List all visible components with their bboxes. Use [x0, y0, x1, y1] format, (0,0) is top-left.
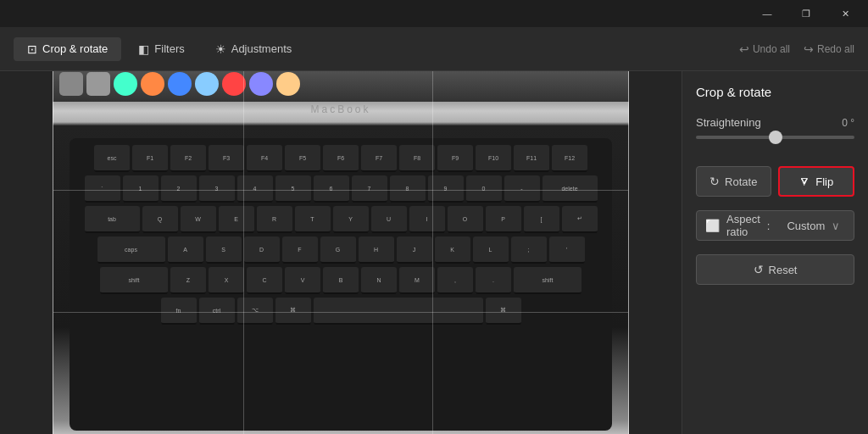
panel-title: Crop & rotate — [696, 85, 854, 99]
kb-row-numbers: ` 1 2 3 4 5 6 7 8 9 0 - delete — [76, 175, 605, 203]
key-esc: esc — [94, 145, 130, 172]
chevron-down-icon: ∨ — [832, 220, 845, 232]
dock-icon-7 — [222, 72, 246, 96]
tab-adjustments[interactable]: ☀ Adjustments — [202, 37, 306, 61]
key-2: 2 — [161, 175, 197, 203]
key-e: E — [219, 206, 254, 233]
photo-container: MacBook esc F1 F2 F3 F4 F5 F6 F7 F8 — [53, 71, 629, 434]
rotate-button[interactable]: ↻ Rotate — [696, 166, 771, 197]
straightening-slider-thumb[interactable] — [769, 131, 782, 144]
tab-crop-rotate[interactable]: ⊡ Crop & rotate — [14, 37, 121, 61]
tab-filters-label: Filters — [154, 42, 184, 55]
filters-icon: ◧ — [138, 42, 149, 56]
key-period: . — [476, 267, 511, 294]
macbook-label: MacBook — [310, 103, 370, 115]
key-f4: F4 — [247, 145, 282, 172]
key-f3: F3 — [209, 145, 244, 172]
dock-icon-9 — [276, 72, 300, 96]
kb-row-zxcv: shift Z X C V B N M , . shift — [76, 267, 605, 294]
key-j: J — [397, 236, 432, 264]
toolbar-tabs: ⊡ Crop & rotate ◧ Filters ☀ Adjustments — [14, 37, 305, 61]
key-p: P — [486, 206, 521, 233]
undo-all-button[interactable]: ↩ Undo all — [739, 42, 790, 56]
key-g: G — [320, 236, 356, 264]
key-fn: fn — [161, 298, 197, 325]
aspect-ratio-colon: : — [767, 220, 781, 232]
key-rshift: shift — [514, 267, 581, 294]
straightening-slider-track[interactable] — [696, 136, 854, 139]
kb-row-qwerty: tab Q W E R T Y U I O P [ ↵ — [76, 206, 605, 233]
dock-icon-6 — [195, 72, 219, 96]
key-c: C — [247, 267, 282, 294]
canvas-area: MacBook esc F1 F2 F3 F4 F5 F6 F7 F8 — [0, 71, 682, 434]
key-lshift: shift — [100, 267, 168, 294]
dock-icon-8 — [249, 72, 273, 96]
key-6: 6 — [314, 175, 349, 203]
key-1: 1 — [123, 175, 159, 203]
reset-button[interactable]: ↺ Reset — [696, 254, 854, 285]
aspect-ratio-icon: ⬜ — [705, 219, 720, 232]
key-rcmd: ⌘ — [486, 298, 521, 325]
aspect-ratio-button[interactable]: ⬜ Aspect ratio : Custom ∨ — [696, 210, 854, 241]
flip-button[interactable]: ⛛ Flip — [778, 166, 855, 197]
mac-menubar — [53, 71, 629, 102]
key-f: F — [282, 236, 318, 264]
keyboard-background: MacBook esc F1 F2 F3 F4 F5 F6 F7 F8 — [53, 71, 629, 434]
rotate-label: Rotate — [725, 175, 757, 188]
redo-icon: ↪ — [804, 42, 814, 56]
key-4: 4 — [237, 175, 273, 203]
aspect-ratio-label: Aspect ratio — [726, 213, 760, 238]
key-x: X — [209, 267, 244, 294]
tab-filters[interactable]: ◧ Filters — [125, 37, 198, 61]
key-a: A — [168, 236, 203, 264]
key-ctrl: ctrl — [199, 298, 235, 325]
dock-icon-3 — [114, 72, 137, 96]
key-f7: F7 — [361, 145, 397, 172]
straightening-label: Straightening — [696, 116, 761, 129]
key-f8: F8 — [399, 145, 435, 172]
key-w: W — [181, 206, 216, 233]
key-0: 0 — [466, 175, 502, 203]
kb-row-bottom: fn ctrl ⌥ ⌘ ⌘ — [76, 298, 605, 325]
key-8: 8 — [390, 175, 426, 203]
redo-label: Redo all — [817, 43, 854, 55]
key-s: S — [206, 236, 242, 264]
crop-rotate-icon: ⊡ — [27, 42, 37, 56]
toolbar-actions: ↩ Undo all ↪ Redo all — [739, 42, 854, 56]
right-panel: Crop & rotate Straightening 0 ° ↻ Rotate… — [682, 71, 868, 434]
key-semicolon: ; — [511, 236, 547, 264]
redo-all-button[interactable]: ↪ Redo all — [804, 42, 854, 56]
minimize-button[interactable]: — — [748, 0, 787, 27]
straightening-section: Straightening 0 ° — [696, 116, 854, 153]
key-z: Z — [170, 267, 206, 294]
maximize-button[interactable]: ❐ — [787, 0, 826, 27]
key-r: R — [257, 206, 292, 233]
key-m: M — [399, 267, 435, 294]
close-button[interactable]: ✕ — [826, 0, 865, 27]
key-f12: F12 — [552, 145, 587, 172]
kb-row-asdf: caps A S D F G H J K L ; ' — [76, 236, 605, 264]
key-f10: F10 — [476, 145, 511, 172]
reset-icon: ↺ — [754, 263, 764, 276]
key-minus: - — [504, 175, 540, 203]
kb-row-fn: esc F1 F2 F3 F4 F5 F6 F7 F8 F9 F10 F11 — [76, 145, 605, 172]
undo-icon: ↩ — [739, 42, 749, 56]
title-bar: — ❐ ✕ — [0, 0, 868, 27]
reset-label: Reset — [769, 264, 798, 276]
key-t: T — [295, 206, 331, 233]
dock-icon-5 — [168, 72, 192, 96]
key-q: Q — [142, 206, 178, 233]
key-d: D — [244, 236, 280, 264]
dock-icon-2 — [86, 72, 110, 96]
key-k: K — [435, 236, 470, 264]
key-quote: ' — [549, 236, 585, 264]
key-v: V — [285, 267, 320, 294]
key-f5: F5 — [285, 145, 320, 172]
rotate-icon: ↻ — [709, 175, 720, 188]
tab-adjustments-label: Adjustments — [231, 42, 292, 55]
key-alt: ⌥ — [237, 298, 273, 325]
key-o: O — [448, 206, 483, 233]
tab-crop-rotate-label: Crop & rotate — [42, 42, 108, 55]
key-comma: , — [437, 267, 473, 294]
key-y: Y — [333, 206, 369, 233]
